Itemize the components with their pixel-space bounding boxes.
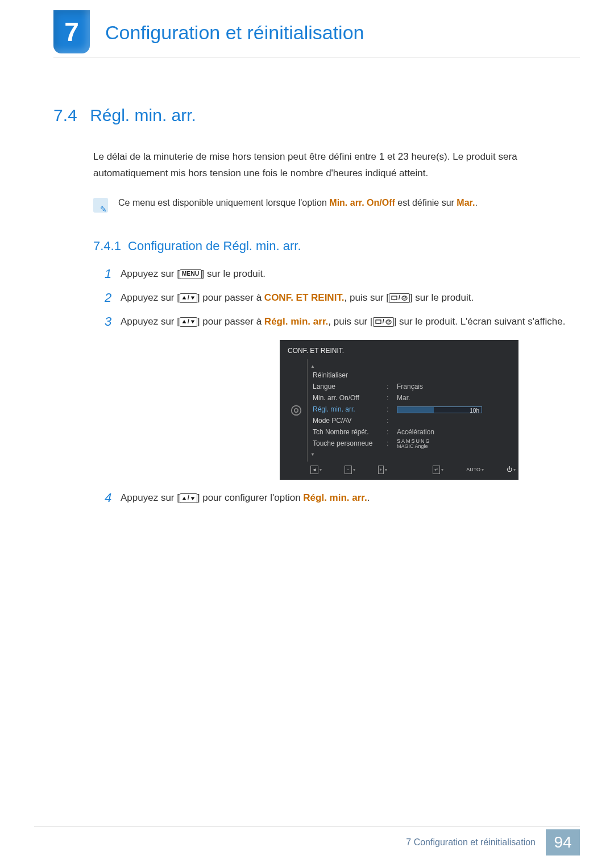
- scroll-up-icon: ▲: [310, 363, 511, 370]
- gear-icon: [288, 363, 305, 458]
- step-number: 3: [105, 312, 111, 332]
- svg-marker-6: [191, 321, 194, 324]
- step-1: 1 Appuyez sur [MENU] sur le produit.: [105, 266, 580, 282]
- svg-point-11: [294, 409, 298, 412]
- section-title: Régl. min. arr.: [90, 106, 196, 124]
- intro-paragraph: Le délai de la minuterie de mise hors te…: [53, 149, 580, 182]
- svg-marker-13: [191, 497, 194, 500]
- page-number: 94: [546, 829, 580, 855]
- minus-icon: −▾: [345, 466, 355, 474]
- step-number: 1: [105, 264, 111, 284]
- note-icon: [93, 198, 108, 213]
- chapter-badge: 7: [53, 10, 90, 53]
- chapter-title: Configuration et réinitialisation: [105, 22, 364, 44]
- footer-chapter-label: 7 Configuration et réinitialisation: [396, 829, 546, 855]
- osd-screenshot: CONF. ET REINIT. ▲ Réinitialiser Langue:…: [280, 340, 518, 480]
- svg-rect-2: [392, 296, 397, 300]
- section-number: 7.4: [53, 106, 77, 124]
- back-icon: ◄▾: [310, 466, 322, 474]
- step-2: 2 Appuyez sur [ / ] pour passer à CONF. …: [105, 290, 580, 306]
- menu-button-icon: MENU: [180, 269, 202, 279]
- divider: [53, 57, 580, 57]
- subsection-heading: 7.4.1 Configuration de Régl. min. arr.: [53, 239, 580, 254]
- svg-rect-3: [393, 300, 396, 300]
- note-text: Ce menu est disponible uniquement lorsqu…: [118, 198, 478, 208]
- step-number: 4: [105, 488, 111, 508]
- source-enter-icon: /: [389, 293, 410, 303]
- osd-title: CONF. ET REINIT.: [288, 346, 511, 357]
- osd-row-regl-min-arr: Régl. min. arr.: 10h: [313, 404, 511, 416]
- osd-row-repeat: Tch Nombre répét.:Accélération: [313, 427, 511, 438]
- svg-rect-8: [377, 323, 379, 324]
- svg-marker-5: [182, 320, 186, 323]
- osd-row-min-arr-onoff: Min. arr. On/Off:Mar.: [313, 393, 511, 404]
- plus-icon: +▾: [378, 466, 388, 474]
- svg-marker-0: [182, 296, 186, 300]
- enter-icon: ↵▾: [433, 466, 443, 474]
- step-3: 3 Appuyez sur [ / ] pour passer à Régl. …: [105, 314, 580, 480]
- osd-row-reset: Réinitialiser: [313, 370, 511, 381]
- slider-icon: 10h: [397, 406, 482, 413]
- power-icon: ⏻▾: [507, 465, 516, 475]
- subsection-number: 7.4.1: [93, 239, 121, 253]
- step-number: 2: [105, 288, 111, 308]
- svg-point-10: [292, 406, 301, 416]
- osd-row-pc-av: Mode PC/AV:: [313, 416, 511, 427]
- step-list: 1 Appuyez sur [MENU] sur le produit. 2 A…: [53, 266, 580, 506]
- source-enter-icon: /: [373, 317, 394, 327]
- note-row: Ce menu est disponible uniquement lorsqu…: [53, 198, 580, 213]
- section-heading: 7.4 Régl. min. arr.: [53, 106, 580, 125]
- svg-marker-12: [182, 496, 186, 500]
- footer-divider: [34, 827, 580, 827]
- up-down-icon: /: [180, 293, 197, 303]
- scroll-down-icon: ▼: [310, 451, 511, 458]
- svg-marker-1: [191, 297, 194, 300]
- osd-row-custom-key: Touche personneue: SAMSUNGMAGIC Angle: [313, 438, 511, 450]
- osd-button-bar: ◄▾ −▾ +▾ ↵▾ AUTO▾ ⏻▾: [288, 464, 511, 475]
- up-down-icon: /: [180, 317, 197, 327]
- subsection-title: Configuration de Régl. min. arr.: [128, 239, 301, 253]
- step-4: 4 Appuyez sur [ / ] pour configurer l'op…: [105, 490, 580, 506]
- osd-row-langue: Langue:Français: [313, 381, 511, 393]
- svg-rect-7: [376, 320, 381, 323]
- footer: 7 Configuration et réinitialisation 94: [396, 829, 580, 855]
- auto-label: AUTO▾: [466, 466, 484, 474]
- up-down-icon: /: [180, 493, 197, 503]
